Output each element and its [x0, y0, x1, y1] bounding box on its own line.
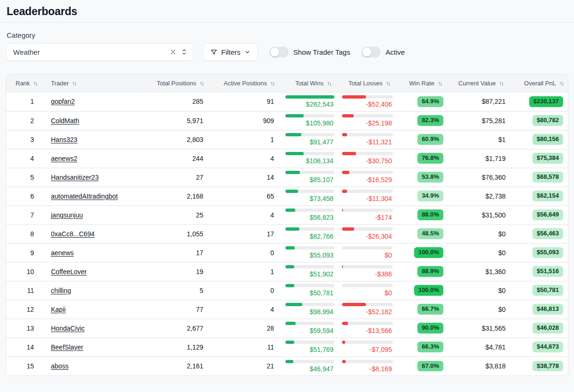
column-label: Total Positions: [157, 80, 196, 87]
win-rate-badge: 88.0%: [417, 209, 443, 220]
page-title: Leaderboards: [6, 0, 568, 22]
sort-icon[interactable]: ↑↓: [327, 80, 331, 87]
overall-pnl-badge: $44,673: [532, 342, 563, 352]
trader-cell: jangsunjuu: [37, 206, 138, 225]
overall-pnl-cell: $38,778: [508, 357, 568, 375]
column-label: Overall PnL: [524, 80, 556, 87]
trader-link[interactable]: jangsunjuu: [51, 211, 83, 219]
wins-bar-block: $98,994: [285, 303, 334, 316]
wins-bar-track: [285, 114, 334, 117]
trader-link[interactable]: BeefSlayer: [51, 343, 83, 351]
clear-icon[interactable]: [170, 49, 176, 55]
losses-value: -$52,182: [342, 308, 393, 316]
active-positions-cell: 17: [209, 225, 280, 243]
leaderboards-page: Leaderboards Category Weather: [0, 0, 574, 376]
rank-cell: 11: [6, 281, 37, 300]
win-rate-cell: 88.0%: [395, 206, 447, 225]
wins-bar-fill: [285, 190, 298, 193]
win-rate-badge: 88.9%: [417, 266, 443, 277]
sort-icon[interactable]: ↑↓: [200, 80, 203, 87]
wins-bar-fill: [285, 360, 293, 363]
win-rate-badge: 34.9%: [417, 191, 443, 201]
sort-icon[interactable]: ↑↓: [438, 80, 441, 87]
total-wins-cell: $51,902: [280, 262, 336, 281]
trader-link[interactable]: Handsanitizer23: [51, 174, 99, 181]
wins-value: $46,947: [285, 365, 334, 373]
column-header-total_losses[interactable]: Total Losses↑↓: [336, 75, 395, 92]
losses-bar-block: -$52,406: [342, 95, 393, 108]
total-wins-cell: $82,766: [280, 225, 336, 243]
losses-bar-track: [342, 322, 393, 325]
trader-link[interactable]: gopfan2: [51, 98, 75, 105]
chevron-expand-icon[interactable]: [181, 48, 187, 56]
losses-bar-track: [342, 171, 393, 174]
trader-link[interactable]: aenews: [51, 249, 74, 257]
column-header-current_value[interactable]: Current Value↑↓: [447, 75, 508, 92]
total-positions-cell: 77: [138, 300, 209, 319]
trader-cell: aenews2: [37, 149, 138, 168]
total-wins-cell: $73,458: [280, 187, 336, 206]
wins-bar-fill: [285, 114, 304, 117]
trader-link[interactable]: ColdMath: [51, 117, 79, 125]
rank-cell: 6: [6, 187, 37, 206]
trader-cell: Kapii: [37, 300, 138, 319]
trader-link[interactable]: chilling: [51, 287, 71, 294]
active-label: Active: [385, 48, 405, 56]
trader-link[interactable]: aenews2: [51, 155, 77, 162]
trader-link[interactable]: Hans323: [51, 136, 77, 143]
trader-cell: aenews: [37, 243, 138, 262]
wins-bar-track: [285, 284, 334, 287]
trader-link[interactable]: CoffeeLover: [51, 268, 87, 275]
win-rate-badge: 67.0%: [417, 361, 443, 372]
category-select[interactable]: Weather: [6, 43, 193, 61]
total-losses-cell: -$26,304: [336, 225, 395, 243]
current-value-cell: $0: [447, 300, 508, 319]
losses-bar-track: [342, 303, 393, 306]
wins-value: $282,543: [285, 100, 334, 108]
total-wins-cell: $51,769: [280, 338, 336, 357]
trader-link[interactable]: Kapii: [51, 306, 66, 313]
wins-bar-block: $73,458: [285, 190, 334, 202]
sort-icon[interactable]: ↑↓: [33, 80, 37, 87]
losses-bar-track: [342, 360, 393, 363]
wins-bar-fill: [285, 322, 296, 325]
column-header-trader[interactable]: Trader↑↓: [37, 75, 138, 92]
column-header-overall_pnl[interactable]: Overall PnL↑↓: [508, 75, 568, 92]
show-trader-tags-toggle[interactable]: [269, 47, 289, 58]
sort-icon[interactable]: ↑↓: [386, 80, 390, 87]
trader-link[interactable]: automatedAItradingbot: [51, 192, 118, 200]
wins-bar-block: $55,093: [285, 246, 334, 259]
total-positions-cell: 25: [138, 206, 209, 225]
rank-cell: 13: [6, 319, 37, 338]
sort-icon[interactable]: ↑↓: [72, 80, 76, 87]
trader-link[interactable]: aboss: [51, 362, 68, 370]
column-header-active_positions[interactable]: Active Positions↑↓: [209, 75, 280, 92]
current-value-cell: $1,360: [447, 262, 508, 281]
losses-bar-track: [342, 133, 393, 136]
active-toggle[interactable]: [361, 47, 381, 58]
column-header-win_rate[interactable]: Win Rate↑↓: [395, 75, 447, 92]
rank-cell: 15: [6, 357, 37, 375]
win-rate-cell: 76.8%: [395, 149, 447, 168]
sort-icon[interactable]: ↑↓: [559, 80, 563, 87]
trader-link[interactable]: HondaCivic: [51, 325, 85, 332]
trader-link[interactable]: 0xaCc8...C694: [51, 230, 95, 238]
current-value-cell: $2,738: [447, 187, 508, 206]
total-losses-cell: -$11,304: [336, 187, 395, 206]
overall-pnl-cell: $68,578: [508, 168, 568, 187]
column-header-total_wins[interactable]: Total Wins↑↓: [280, 75, 336, 92]
table-row: 6automatedAItradingbot2,16865$73,458-$11…: [6, 187, 568, 206]
column-header-rank[interactable]: Rank↑↓: [6, 75, 37, 92]
wins-value: $85,107: [285, 176, 334, 183]
total-losses-cell: -$11,321: [336, 130, 395, 149]
column-header-total_positions[interactable]: Total Positions↑↓: [138, 75, 209, 92]
sort-icon[interactable]: ↑↓: [270, 80, 274, 87]
wins-bar-fill: [285, 209, 295, 212]
total-positions-cell: 5,971: [138, 111, 209, 130]
sort-icon[interactable]: ↑↓: [499, 80, 503, 87]
filters-button[interactable]: Filters: [203, 43, 258, 61]
losses-value: -$26,304: [342, 233, 393, 240]
losses-bar-block: -$30,750: [342, 152, 393, 165]
wins-bar-fill: [285, 341, 294, 344]
active-positions-cell: 4: [209, 149, 280, 168]
